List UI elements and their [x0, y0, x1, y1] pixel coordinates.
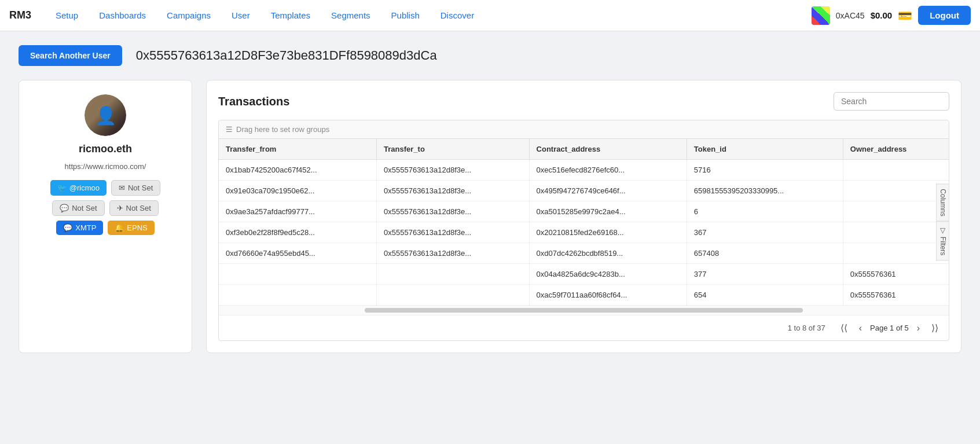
table-row: 0xd76660e74a955ebd45...0x5555763613a12d8…	[219, 243, 949, 264]
nav-segments[interactable]: Segments	[321, 0, 381, 31]
twitter-icon: 🐦	[57, 184, 67, 192]
tag-email-label: Not Set	[128, 184, 153, 192]
tag-sms[interactable]: 💬 Not Set	[52, 200, 104, 216]
tag-sms-label: Not Set	[72, 204, 97, 212]
epns-icon: 🔔	[115, 223, 124, 232]
table-cell	[219, 264, 377, 285]
table-cell: 0x1bab7425200ac67f452...	[219, 160, 377, 181]
table-cell: 0x5555763613a12d8f3e...	[377, 243, 530, 264]
table-cell: 0x495f947276749ce646f...	[529, 181, 687, 201]
filter-icon: ▽	[939, 226, 947, 236]
col-owner-address[interactable]: Owner_address	[843, 139, 949, 160]
table-cell	[843, 222, 949, 243]
table-cell: 0x9ae3a257afdacf99777...	[219, 201, 377, 222]
tag-telegram-label: Not Set	[126, 204, 151, 212]
col-token-id[interactable]: Token_id	[687, 139, 843, 160]
row-groups-bar[interactable]: ☰ Drag here to set row groups	[219, 120, 949, 139]
col-transfer-from[interactable]: Transfer_from	[219, 139, 377, 160]
main-content: 👤 ricmoo.eth https://www.ricmoo.com/ 🐦 @…	[19, 80, 961, 353]
table-cell	[843, 201, 949, 222]
table-cell: 377	[687, 264, 843, 285]
nav-avatar	[812, 6, 830, 25]
nav-wallet-address: 0xAC45	[836, 11, 865, 20]
nav-user[interactable]: User	[221, 0, 260, 31]
table-cell	[843, 181, 949, 201]
table-wrapper: Transfer_from Transfer_to Contract_addre…	[219, 139, 949, 305]
search-input-wrap	[834, 92, 949, 111]
table-cell: 0x5555763613a12d8f3e...	[377, 181, 530, 201]
pagination-range: 1 to 8 of 37	[788, 324, 825, 332]
tag-xmtp-label: XMTP	[75, 223, 96, 232]
search-input[interactable]	[834, 92, 949, 111]
page-label: Page 1 of 5	[870, 324, 909, 332]
table-cell: 0xd76660e74a955ebd45...	[219, 243, 377, 264]
table-cell: 0x555576361	[843, 285, 949, 306]
row-groups-label: Drag here to set row groups	[236, 125, 329, 134]
table-cell: 0x20210815fed2e69168...	[529, 222, 687, 243]
table-cell	[843, 243, 949, 264]
table-cell: 0xac59f7011aa60f68cf64...	[529, 285, 687, 306]
nav-templates[interactable]: Templates	[260, 0, 321, 31]
nav-links: Setup Dashboards Campaigns User Template…	[45, 0, 812, 31]
navbar: RM3 Setup Dashboards Campaigns User Temp…	[0, 0, 980, 31]
table-cell: 654	[687, 285, 843, 306]
pagination-bar: 1 to 8 of 37 ⟨⟨ ‹ Page 1 of 5 › ⟩⟩	[219, 315, 949, 340]
logout-button[interactable]: Logout	[918, 6, 971, 25]
tag-twitter[interactable]: 🐦 @ricmoo	[50, 180, 107, 196]
transactions-title: Transactions	[218, 95, 289, 108]
email-icon: ✉	[119, 184, 125, 192]
filters-tab[interactable]: ▽ Filters	[936, 221, 949, 260]
columns-tab[interactable]: Columns	[936, 184, 949, 221]
nav-balance: $0.00	[871, 10, 893, 20]
table-cell: 65981555395203330995...	[687, 181, 843, 201]
row-groups-icon: ☰	[226, 125, 233, 134]
page-header: Search Another User 0x5555763613a12D8F3e…	[19, 45, 961, 66]
avatar: 👤	[85, 94, 126, 136]
nav-campaigns[interactable]: Campaigns	[156, 0, 221, 31]
table-row: 0xf3eb0e2f28f8f9ed5c28...0x5555763613a12…	[219, 222, 949, 243]
prev-page-button[interactable]: ‹	[856, 322, 865, 335]
nav-publish[interactable]: Publish	[381, 0, 430, 31]
tag-telegram[interactable]: ✈ Not Set	[109, 200, 159, 216]
wallet-icon[interactable]: 💳	[898, 9, 912, 23]
tag-epns[interactable]: 🔔 EPNS	[108, 221, 154, 235]
col-contract-address[interactable]: Contract_address	[529, 139, 687, 160]
table-head: Transfer_from Transfer_to Contract_addre…	[219, 139, 949, 160]
col-transfer-to[interactable]: Transfer_to	[377, 139, 530, 160]
first-page-button[interactable]: ⟨⟨	[837, 321, 851, 335]
table-cell: 6	[687, 201, 843, 222]
horizontal-scrollbar[interactable]	[365, 308, 803, 313]
table-container: ☰ Drag here to set row groups Transfer_f…	[218, 120, 949, 341]
tag-email[interactable]: ✉ Not Set	[111, 180, 160, 196]
table-cell: 0x04a4825a6dc9c4283b...	[529, 264, 687, 285]
table-row: 0x9ae3a257afdacf99777...0x5555763613a12d…	[219, 201, 949, 222]
table-cell: 5716	[687, 160, 843, 181]
side-tabs: Columns ▽ Filters	[936, 184, 949, 260]
table-row: 0x04a4825a6dc9c4283b...3770x555576361	[219, 264, 949, 285]
table-cell: 0xd07dc4262bcdbf8519...	[529, 243, 687, 264]
nav-dashboards[interactable]: Dashboards	[89, 0, 156, 31]
page-container: Search Another User 0x5555763613a12D8F3e…	[0, 31, 980, 367]
user-tags: 🐦 @ricmoo ✉ Not Set 💬 Not Set ✈ Not Set	[31, 180, 180, 235]
next-page-button[interactable]: ›	[913, 322, 923, 335]
telegram-icon: ✈	[117, 204, 123, 212]
last-page-button[interactable]: ⟩⟩	[928, 321, 942, 335]
table-cell: 0x5555763613a12d8f3e...	[377, 222, 530, 243]
sms-icon: 💬	[60, 204, 69, 212]
scrollbar-area[interactable]	[219, 305, 949, 315]
table-row: 0x91e03ca709c1950e62...0x5555763613a12d8…	[219, 181, 949, 201]
table-cell: 0xf3eb0e2f28f8f9ed5c28...	[219, 222, 377, 243]
table-row: 0xac59f7011aa60f68cf64...6540x555576361	[219, 285, 949, 306]
transactions-panel: Transactions ☰ Drag here to set row grou…	[206, 80, 961, 353]
avatar-image: 👤	[85, 94, 126, 136]
tag-xmtp[interactable]: 💬 XMTP	[56, 221, 103, 235]
tag-twitter-label: @ricmoo	[69, 184, 100, 192]
nav-discover[interactable]: Discover	[430, 0, 485, 31]
nav-right: 0xAC45 $0.00 💳 Logout	[812, 6, 971, 25]
nav-setup[interactable]: Setup	[45, 0, 89, 31]
table-cell	[219, 285, 377, 306]
search-another-user-button[interactable]: Search Another User	[19, 45, 122, 66]
table-cell: 0x5555763613a12d8f3e...	[377, 201, 530, 222]
table-cell: 0xec516efecd8276efc60...	[529, 160, 687, 181]
user-url: https://www.ricmoo.com/	[65, 162, 146, 171]
